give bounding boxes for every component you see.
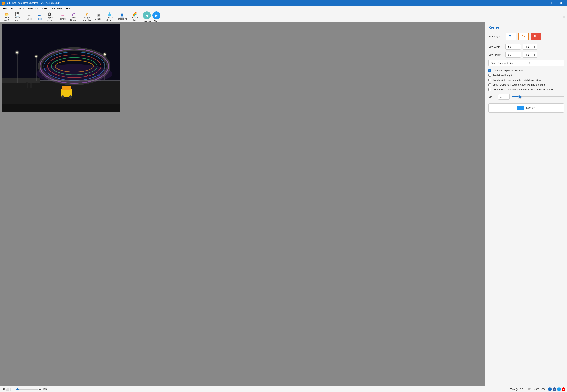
dpi-label: DPI [488, 96, 496, 98]
original-image-label: Original Image [46, 16, 53, 21]
separator-3 [79, 13, 79, 21]
facebook-icon[interactable]: f [552, 387, 556, 391]
no-resize-checkbox[interactable] [488, 88, 491, 91]
save-as-icon: 💾 [15, 12, 20, 16]
select-icon: ⬜ [6, 388, 9, 391]
switch-dimensions-label[interactable]: Switch width and height to match long si… [492, 79, 540, 81]
redo-button[interactable]: ↪ Redo [34, 13, 44, 21]
maximize-button[interactable]: ❐ [548, 0, 557, 6]
dpi-row: DPI [488, 94, 564, 100]
next-button[interactable]: ▶ [152, 11, 160, 19]
svg-point-12 [16, 52, 18, 54]
predefined-height-label[interactable]: Predefined height [492, 74, 512, 77]
dpi-slider-container[interactable] [512, 95, 564, 99]
colorize-label: Colorize photo [131, 16, 138, 21]
remove-button[interactable]: ✏ Remove [57, 13, 68, 21]
checkbox-no-resize: Do not resize when original size is less… [488, 88, 564, 91]
original-image-icon: 🖼 [48, 12, 51, 16]
svg-point-31 [93, 74, 94, 75]
window-title: SoftOrbits Photo Retoucher Pro - IMG_295… [6, 2, 60, 4]
menu-help[interactable]: Help [64, 7, 73, 10]
view-icon: 🖼 [3, 388, 5, 391]
twitter-icon[interactable]: t [557, 387, 561, 391]
titlebar-controls[interactable]: — ❐ ✕ [539, 0, 566, 6]
zoom-plus-button[interactable]: + [39, 388, 41, 391]
height-unit-dropdown[interactable]: Pixel ▼ [523, 52, 537, 58]
svg-point-24 [27, 82, 28, 84]
canvas-image [2, 24, 120, 112]
menu-view[interactable]: View [16, 7, 26, 10]
width-input[interactable] [506, 44, 521, 50]
image-correction-button[interactable]: ☀ Image Correction [80, 12, 93, 22]
predefined-height-checkbox[interactable] [488, 74, 491, 77]
switch-dimensions-checkbox[interactable] [488, 79, 491, 81]
width-unit-label: Pixel [523, 45, 532, 48]
menu-file[interactable]: File [1, 7, 9, 10]
enlarge-4x-button[interactable]: 4x [518, 32, 529, 40]
save-as-button[interactable]: 💾 Save as... [13, 12, 22, 22]
svg-point-22 [69, 96, 72, 98]
height-unit-label: Pixel [523, 54, 532, 56]
standard-size-dropdown[interactable]: Pick a Standard Size ▼ [488, 60, 564, 66]
denoise-label: Denoise [95, 18, 103, 20]
colorize-icon: 🌈 [132, 12, 137, 16]
aspect-ratio-checkbox[interactable] [488, 69, 491, 72]
canvas-area[interactable] [0, 22, 485, 386]
next-nav-section: ▶ Next [152, 11, 161, 22]
ai-enlarge-label: AI Enlarge [488, 35, 504, 38]
zoom-status: 11% [525, 388, 533, 391]
dpi-slider-thumb[interactable] [518, 95, 522, 98]
add-files-label: Add File(s)... [3, 16, 11, 21]
right-panel: Resize AI Enlarge 2x 4x 8x New Width Pix… [485, 22, 567, 386]
no-resize-label[interactable]: Do not resize when original size is less… [492, 88, 553, 91]
width-unit-arrow[interactable]: ▼ [532, 45, 537, 48]
menu-selection[interactable]: Selection [26, 7, 40, 10]
svg-rect-23 [27, 83, 28, 88]
svg-point-18 [104, 54, 106, 55]
width-row: New Width Pixel ▼ [488, 44, 564, 50]
enlarge-8x-button[interactable]: 8x [531, 32, 541, 40]
denoise-button[interactable]: ⊞ Denoise [93, 13, 104, 21]
remove-label: Remove [59, 18, 66, 20]
collapse-handle[interactable]: ⋮ [563, 15, 566, 18]
add-files-icon: 📂 [4, 12, 9, 16]
denoise-icon: ⊞ [97, 14, 100, 17]
zoom-minus-button[interactable]: — [12, 388, 15, 391]
svg-rect-20 [62, 86, 71, 90]
smart-cropping-label[interactable]: Smart cropping (result in exact width an… [492, 83, 546, 86]
original-image-button[interactable]: 🖼 Original Image [44, 12, 55, 22]
standard-size-label: Pick a Standard Size [489, 62, 527, 65]
colorize-button[interactable]: 🌈 Colorize photo [129, 12, 140, 22]
prev-nav-section: ◀ Previous [142, 11, 151, 22]
redo-label: Redo [37, 18, 42, 20]
undo-brush-button[interactable]: 🖌 Undo Brush [68, 12, 78, 22]
width-unit-dropdown[interactable]: Pixel ▼ [523, 44, 537, 50]
minimize-button[interactable]: — [539, 0, 548, 6]
menu-edit[interactable]: Edit [9, 7, 16, 10]
undo-button[interactable]: ↩ Undo [25, 13, 34, 21]
enlarge-2x-button[interactable]: 2x [506, 32, 516, 40]
smart-cropping-checkbox[interactable] [488, 84, 491, 86]
redo-icon: ↪ [38, 14, 41, 17]
reduce-blurring-button[interactable]: 💧 Reduce blurring [104, 12, 115, 22]
dpi-input[interactable] [498, 94, 510, 100]
next-label: Next [154, 20, 158, 22]
resize-button[interactable]: ➜ Resize [488, 103, 564, 112]
zoom-thumb[interactable] [16, 388, 19, 391]
zoom-track[interactable] [16, 389, 38, 390]
menu-softorbits[interactable]: SoftOrbits [49, 7, 64, 10]
time-label: Time (s): [510, 388, 519, 391]
retouching-icon: 👤 [119, 14, 124, 17]
time-value: 0.0 [520, 388, 523, 391]
height-unit-arrow[interactable]: ▼ [532, 54, 537, 56]
youtube-icon[interactable]: ▶ [562, 387, 566, 391]
info-icon[interactable]: i [548, 387, 552, 391]
close-button[interactable]: ✕ [557, 0, 566, 6]
aspect-ratio-label[interactable]: Maintain original aspect ratio [492, 69, 524, 72]
menu-tools[interactable]: Tools [40, 7, 49, 10]
height-input[interactable] [506, 52, 521, 58]
add-files-button[interactable]: 📂 Add File(s)... [1, 12, 12, 22]
previous-button[interactable]: ◀ [143, 11, 151, 19]
retouching-button[interactable]: 👤 Retouching [115, 13, 129, 21]
svg-rect-2 [2, 78, 40, 83]
